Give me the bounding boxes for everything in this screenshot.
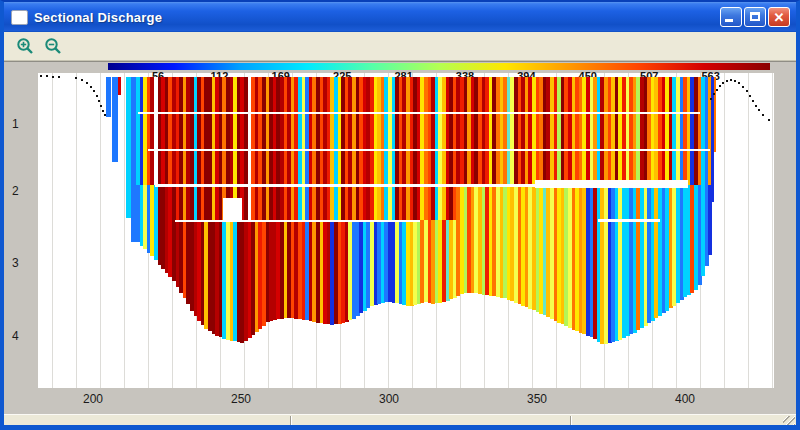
x-axis-label: 300 [379,392,399,406]
window-icon [11,10,28,25]
bed-profile-dot [713,93,715,95]
maximize-button[interactable] [744,7,766,27]
x-axis-label: 250 [231,392,251,406]
bed-profile-dot [722,82,724,84]
x-axis-label: 200 [83,392,103,406]
bed-profile-dot [102,110,104,112]
bed-profile-dot [52,76,54,78]
bed-profile-dot [719,85,721,87]
bed-profile-dot [768,119,770,121]
bed-profile-dot [726,80,728,82]
bed-profile-dot [86,82,88,84]
bed-profile-dot [90,86,92,88]
bed-profile-dot [58,76,60,78]
bed-profile-dot [104,114,106,116]
toolbar [4,32,796,61]
layer-boundary-line [138,112,700,114]
layer-gap [223,198,242,220]
zoom-in-icon [16,37,35,56]
discharge-bar [131,77,136,242]
y-axis-label: 3 [12,256,19,270]
x-axis-label: 350 [527,392,547,406]
gridline [52,73,53,388]
zoom-out-button[interactable] [42,35,64,57]
gridline [772,73,773,388]
discharge-bar [106,77,111,117]
minimize-icon [725,19,733,22]
y-axis-label: 2 [12,184,19,198]
bed-profile-dot [738,82,740,84]
bed-profile-dot [93,90,95,92]
gridline [748,73,749,388]
window-title: Sectional Discharge [34,10,162,25]
resize-grip[interactable] [783,416,795,425]
bed-profile-dot [749,95,751,97]
layer-boundary-line [175,220,420,222]
gridline [724,73,725,388]
bed-profile-dot [716,89,718,91]
bed-profile-dot [734,80,736,82]
bed-profile-dot [746,90,748,92]
zoom-in-button[interactable] [14,35,36,57]
bed-profile-dot [75,77,77,79]
discharge-bar [118,77,121,95]
layer-boundary-line [155,184,535,187]
bed-profile-dot [752,100,754,102]
layer-boundary-line [148,149,710,151]
gridline [76,73,77,388]
bed-profile-dot [100,105,102,107]
bed-profile-dot [730,79,732,81]
title-bar[interactable]: Sectional Discharge ✕ [4,2,796,32]
close-button[interactable]: ✕ [768,7,790,27]
app-window: Sectional Discharge ✕ 561121692252813383… [0,0,800,430]
bed-profile-dot [762,114,764,116]
status-divider [290,416,292,425]
zoom-out-icon [44,37,63,56]
bed-profile-dot [40,75,42,77]
close-icon: ✕ [769,9,789,27]
layer-boundary-line [598,219,660,222]
gridline [124,73,125,388]
layer-boundary-line [535,180,688,188]
bed-profile-dot [710,98,712,100]
maximize-icon [750,12,760,21]
bed-profile-dot [758,109,760,111]
bed-profile-dot [755,105,757,107]
window-border-bottom [4,425,796,429]
status-divider [570,416,572,425]
colorbar [108,63,770,70]
y-axis-label: 4 [12,329,19,343]
bed-profile-dot [98,100,100,102]
gridline [100,73,101,388]
bed-profile-dot [96,95,98,97]
minimize-button[interactable] [720,7,742,27]
bed-profile-dot [81,79,83,81]
bed-profile-dot [46,75,48,77]
status-bar [4,414,796,425]
y-axis-label: 1 [12,117,19,131]
discharge-chart[interactable]: 5611216922528133839445050756320025030035… [4,61,796,414]
x-axis-label: 400 [675,392,695,406]
bed-profile-dot [742,86,744,88]
